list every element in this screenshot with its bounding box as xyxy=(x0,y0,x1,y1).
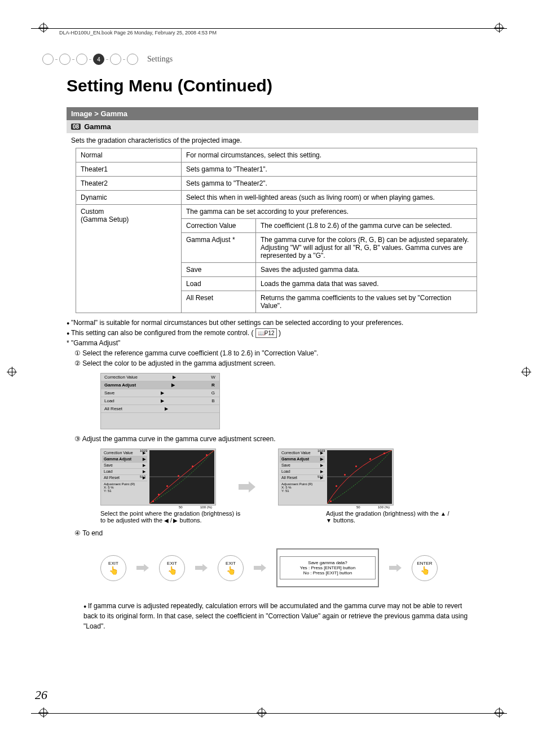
setting-desc: For normal circumstances, select this se… xyxy=(182,148,477,162)
step-line: Select the reference gamma curve coeffic… xyxy=(74,348,478,358)
arrow-right-icon xyxy=(195,564,208,572)
table-row: Custom (Gamma Setup) The gamma can be se… xyxy=(76,205,477,219)
page-title: Setting Menu (Continued) xyxy=(67,76,272,95)
running-head: 4 Settings xyxy=(42,54,496,65)
table-row: Normal For normal circumstances, select … xyxy=(76,148,477,162)
save-dialog: Save gamma data? Yes : Press [ENTER] but… xyxy=(276,548,379,587)
setting-label: Normal xyxy=(76,148,182,162)
item-header: 08 Gamma xyxy=(67,120,478,133)
step-line: To end xyxy=(74,528,478,538)
final-note: If gamma curve is adjusted repeatedly, c… xyxy=(83,601,478,631)
left-right-icon: ◀ / ▶ xyxy=(164,517,178,524)
exit-button-icon: EXIT👆 xyxy=(100,555,126,581)
arrow-right-icon xyxy=(254,564,266,572)
step-4-active: 4 xyxy=(93,54,104,65)
graph-before: Correction Value▶ Gamma Adjust▶ Save▶ Lo… xyxy=(100,449,216,506)
item-name: Gamma xyxy=(84,122,111,131)
step-line: Adjust the gamma curve in the gamma curv… xyxy=(74,434,478,444)
breadcrumb: Image > Gamma xyxy=(67,107,478,120)
settings-table: Normal For normal circumstances, select … xyxy=(76,148,477,313)
gamma-curve-graph xyxy=(149,450,214,504)
note-line: "Normal" is suitable for normal circumst… xyxy=(67,318,478,328)
table-row: Theater1 Sets gamma to "Theater1". xyxy=(76,162,477,177)
graph-captions: Select the point where the gradation (br… xyxy=(100,510,478,524)
arrow-right-icon xyxy=(239,481,255,493)
exit-sequence: EXIT👆 EXIT👆 EXIT👆 Save gamma data? Yes :… xyxy=(100,548,478,587)
notes-block: "Normal" is suitable for normal circumst… xyxy=(67,318,478,368)
item-number-badge: 08 xyxy=(71,124,81,130)
step-line: Select the color to be adjusted in the g… xyxy=(74,358,478,368)
table-row: Theater2 Sets gamma to "Theater2". xyxy=(76,177,477,191)
book-page-info: DLA-HD100U_EN.book Page 26 Monday, Febru… xyxy=(59,30,217,36)
note-line: This setting can also be configured from… xyxy=(67,328,478,338)
step-chain: 4 xyxy=(42,54,138,65)
note-line: "Gamma Adjust" xyxy=(67,338,478,348)
exit-button-icon: EXIT👆 xyxy=(159,555,185,581)
arrow-right-icon xyxy=(136,564,149,572)
page-ref-icon: 📖P12 xyxy=(255,328,277,338)
gamma-curve-graph xyxy=(327,450,392,504)
graph-after: Correction Value▶ Gamma Adjust▶ Save▶ Lo… xyxy=(278,449,394,506)
enter-button-icon: ENTER👆 xyxy=(412,555,438,581)
mini-menu-screenshot: Correction Value▶W Gamma Adjust▶R Save▶G… xyxy=(100,373,220,429)
table-row: Dynamic Select this when in well-lighted… xyxy=(76,191,477,205)
graph-row: Correction Value▶ Gamma Adjust▶ Save▶ Lo… xyxy=(100,449,478,506)
section-label: Settings xyxy=(147,55,173,64)
arrow-right-icon xyxy=(389,564,402,572)
page-number: 26 xyxy=(35,688,47,702)
item-description: Sets the gradation characteristics of th… xyxy=(67,133,478,148)
exit-button-icon: EXIT👆 xyxy=(218,555,244,581)
